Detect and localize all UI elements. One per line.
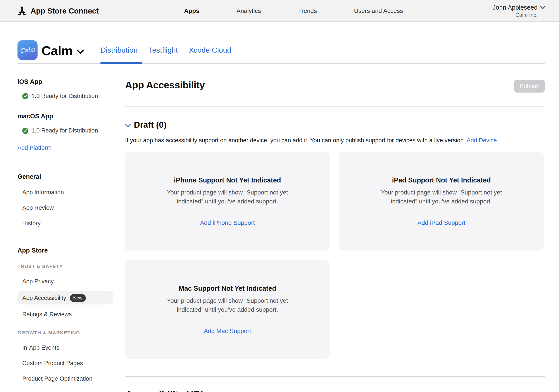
- user-organization: Calm Inc.: [516, 12, 538, 18]
- draft-section-title[interactable]: Draft (0): [134, 120, 167, 130]
- header-divider: [18, 63, 545, 64]
- sidebar-item-app-information[interactable]: App Information: [22, 189, 113, 196]
- draft-collapse-chevron-icon[interactable]: [125, 124, 131, 127]
- page-title: App Accessibility: [125, 80, 205, 91]
- sidebar-group-growth-marketing: GROWTH & MARKETING: [18, 330, 113, 336]
- support-cards: iPhone Support Not Yet Indicated Your pr…: [125, 152, 545, 359]
- user-menu[interactable]: John Appleseed Calm Inc.: [493, 0, 545, 22]
- brand-title: App Store Connect: [31, 7, 99, 15]
- app-store-connect-page: App Store Connect Apps Analytics Trends …: [0, 0, 559, 392]
- nav-item-trends[interactable]: Trends: [298, 7, 317, 14]
- sidebar-heading-app-store: App Store: [18, 247, 113, 254]
- green-check-icon: [22, 128, 28, 134]
- app-store-connect-logo-icon: [17, 6, 27, 16]
- sidebar-item-product-page-optimization[interactable]: Product Page Optimization: [22, 375, 113, 382]
- sidebar-item-history[interactable]: History: [22, 220, 113, 227]
- macos-status-text: 1.0 Ready for Distribution: [31, 127, 98, 134]
- card-title: iPad Support Not Yet Indicated: [392, 176, 491, 184]
- nav-item-users-and-access[interactable]: Users and Access: [354, 7, 403, 14]
- sidebar-heading-ios-app: iOS App: [18, 78, 113, 85]
- add-ipad-support-link[interactable]: Add iPad Support: [418, 219, 466, 226]
- sidebar-item-app-accessibility[interactable]: App Accessibility New: [18, 291, 113, 304]
- sidebar-group-trust-safety: TRUST & SAFETY: [18, 264, 113, 269]
- tab-xcode-cloud[interactable]: Xcode Cloud: [189, 46, 231, 54]
- svg-text:Calm: Calm: [20, 46, 35, 54]
- brand[interactable]: App Store Connect: [17, 0, 99, 22]
- green-check-icon: [22, 93, 28, 99]
- mac-support-card: Mac Support Not Yet Indicated Your produ…: [125, 260, 330, 359]
- nav-item-analytics[interactable]: Analytics: [236, 7, 261, 14]
- sidebar-item-app-privacy[interactable]: App Privacy: [22, 278, 113, 285]
- macos-version-status[interactable]: 1.0 Ready for Distribution: [22, 127, 113, 134]
- ipad-support-card: iPad Support Not Yet Indicated Your prod…: [339, 152, 544, 251]
- publish-button[interactable]: Publish: [514, 80, 545, 92]
- chevron-down-icon: [540, 6, 545, 9]
- new-badge: New: [70, 294, 86, 302]
- sidebar-divider: [18, 163, 113, 163]
- section-divider: [125, 376, 545, 377]
- sidebar-heading-general: General: [18, 173, 113, 180]
- tab-distribution[interactable]: Distribution: [101, 46, 138, 54]
- main-content: App Accessibility Publish Draft (0) If y…: [125, 79, 545, 392]
- accessibility-url-heading: Accessibility URL: [125, 389, 545, 392]
- calm-app-icon: Calm: [18, 40, 37, 60]
- app-title-row: Calm: [41, 41, 84, 61]
- draft-description: If your app has accessibility support on…: [125, 137, 545, 144]
- sidebar-divider: [18, 237, 113, 237]
- app-switcher-chevron-down-icon[interactable]: [77, 50, 84, 54]
- ios-status-text: 1.0 Ready for Distribution: [31, 93, 98, 100]
- card-title: iPhone Support Not Yet Indicated: [174, 176, 281, 184]
- sidebar-item-custom-product-pages[interactable]: Custom Product Pages: [22, 360, 113, 367]
- card-body: Your product page will show “Support not…: [160, 296, 295, 314]
- card-body: Your product page will show “Support not…: [160, 188, 295, 206]
- card-title: Mac Support Not Yet Indicated: [179, 285, 276, 292]
- calm-app-icon-script: Calm: [20, 46, 35, 55]
- section-divider: [125, 106, 545, 107]
- tab-testflight[interactable]: Testflight: [149, 46, 178, 54]
- topnav-links: Apps Analytics Trends Users and Access: [184, 0, 403, 22]
- user-name: John Appleseed: [493, 4, 538, 11]
- top-navigation-bar: App Store Connect Apps Analytics Trends …: [0, 0, 559, 22]
- active-tab-underline: [101, 62, 142, 64]
- draft-description-text: If your app has accessibility support on…: [125, 137, 465, 144]
- app-header-tabs: Distribution Testflight Xcode Cloud: [101, 46, 231, 54]
- add-device-link[interactable]: Add Device: [467, 137, 497, 144]
- nav-item-apps[interactable]: Apps: [184, 7, 199, 14]
- ios-version-status[interactable]: 1.0 Ready for Distribution: [22, 93, 113, 100]
- app-title: Calm: [41, 43, 73, 58]
- add-iphone-support-link[interactable]: Add iPhone Support: [200, 219, 255, 226]
- iphone-support-card: iPhone Support Not Yet Indicated Your pr…: [125, 152, 330, 251]
- sidebar-heading-macos-app: macOS App: [18, 113, 113, 120]
- sidebar-item-in-app-events[interactable]: In-App Events: [22, 344, 113, 351]
- sidebar-item-app-accessibility-label: App Accessibility: [22, 295, 66, 301]
- sidebar-item-promo-codes[interactable]: Promo Codes: [22, 391, 113, 392]
- sidebar-item-app-review[interactable]: App Review: [22, 204, 113, 211]
- sidebar: iOS App 1.0 Ready for Distribution macOS…: [18, 74, 113, 392]
- sidebar-item-ratings-reviews[interactable]: Ratings & Reviews: [22, 311, 113, 318]
- add-mac-support-link[interactable]: Add Mac Support: [204, 328, 251, 335]
- add-platform-link[interactable]: Add Platform: [18, 145, 52, 151]
- card-body: Your product page will show “Support not…: [374, 188, 509, 206]
